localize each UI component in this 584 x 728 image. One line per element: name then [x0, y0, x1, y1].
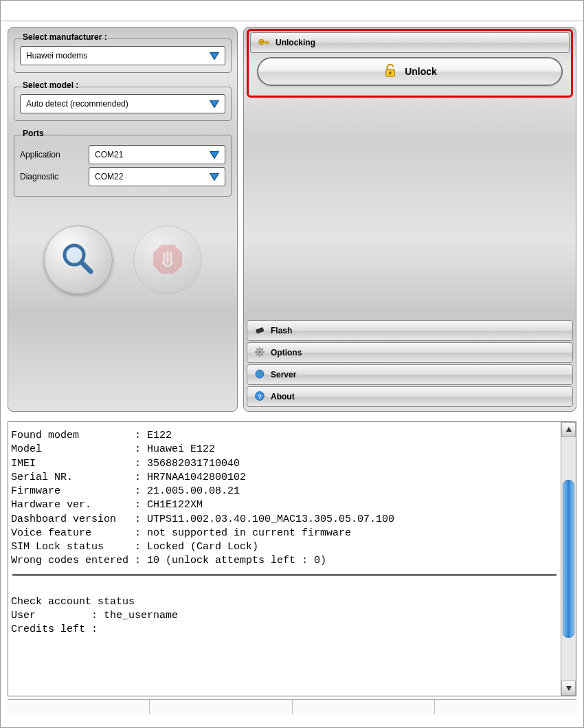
log-panel: Found modem : E122 Model : Huawei E122 I…	[8, 421, 576, 696]
chevron-down-icon	[208, 98, 221, 110]
chip-icon	[254, 324, 265, 338]
globe-icon	[254, 368, 265, 382]
port-diagnostic-value: COM22	[95, 172, 123, 181]
flash-header[interactable]: Flash	[247, 320, 573, 341]
unlocking-section-highlight: Unlocking Unlock	[247, 29, 573, 98]
svg-line-26	[262, 348, 263, 349]
svg-marker-30	[566, 427, 572, 432]
server-header[interactable]: Server	[247, 364, 573, 385]
log-scrollbar[interactable]	[561, 422, 576, 696]
unlock-button-label: Unlock	[405, 66, 437, 77]
magnifier-icon	[59, 240, 98, 280]
svg-marker-0	[210, 53, 219, 60]
stop-hand-icon	[150, 242, 185, 278]
about-label: About	[271, 392, 295, 401]
status-cell-3	[293, 700, 435, 714]
main-area: Select manufacturer : Huawei modems Sele…	[1, 21, 583, 417]
options-label: Options	[271, 348, 302, 357]
svg-marker-2	[210, 152, 219, 159]
unlocking-header-label: Unlocking	[276, 38, 315, 47]
port-application-row: Application COM21	[20, 145, 225, 164]
status-bar	[8, 699, 576, 714]
server-label: Server	[271, 370, 296, 379]
svg-line-23	[256, 348, 258, 349]
svg-rect-11	[267, 42, 268, 43]
question-icon: ?	[254, 390, 265, 404]
scroll-down-button[interactable]	[561, 681, 576, 696]
right-panel: Unlocking Unlock F	[243, 27, 576, 412]
svg-point-9	[260, 41, 262, 43]
top-toolbar	[1, 1, 583, 21]
chevron-down-icon	[208, 170, 221, 183]
key-icon	[258, 36, 270, 50]
svg-point-27	[256, 370, 264, 378]
unlock-padlock-icon	[383, 63, 398, 80]
svg-point-5	[67, 247, 82, 263]
model-value: Auto detect (recommended)	[26, 99, 128, 109]
port-diagnostic-row: Diagnostic COM22	[20, 167, 225, 186]
model-group: Select model : Auto detect (recommended)	[14, 87, 232, 121]
status-cell-4	[435, 700, 576, 714]
svg-rect-12	[265, 42, 266, 43]
status-cell-1	[8, 700, 150, 714]
model-label: Select model :	[20, 80, 81, 90]
port-diagnostic-dropdown[interactable]: COM22	[89, 167, 225, 186]
stop-button	[133, 225, 202, 294]
svg-line-6	[82, 263, 91, 272]
svg-marker-1	[210, 101, 219, 108]
flash-label: Flash	[271, 326, 292, 335]
manufacturer-group: Select manufacturer : Huawei modems	[14, 38, 232, 73]
manufacturer-value: Huawei modems	[26, 51, 87, 60]
action-buttons	[14, 225, 232, 294]
options-header[interactable]: Options	[247, 342, 573, 363]
unlock-button[interactable]: Unlock	[257, 57, 563, 86]
accordion-bottom: Flash Options	[244, 319, 576, 411]
left-panel: Select manufacturer : Huawei modems Sele…	[8, 27, 238, 412]
status-cell-2	[150, 700, 292, 714]
ports-label: Ports	[20, 129, 47, 138]
log-text[interactable]: Found modem : E122 Model : Huawei E122 I…	[8, 422, 561, 696]
svg-marker-3	[210, 174, 219, 181]
svg-line-24	[262, 354, 263, 355]
chevron-down-icon	[208, 49, 221, 62]
ports-group: Ports Application COM21 Diagnostic COM22	[14, 135, 232, 197]
about-header[interactable]: ? About	[247, 386, 573, 407]
model-dropdown[interactable]: Auto detect (recommended)	[20, 94, 225, 113]
svg-rect-15	[390, 72, 390, 74]
unlocking-header[interactable]: Unlocking	[250, 32, 570, 53]
manufacturer-dropdown[interactable]: Huawei modems	[20, 46, 225, 65]
gear-icon	[254, 346, 265, 360]
unlocking-body	[247, 98, 573, 316]
svg-text:?: ?	[258, 393, 262, 400]
port-diagnostic-label: Diagnostic	[20, 172, 82, 181]
svg-marker-31	[566, 686, 572, 691]
manufacturer-label: Select manufacturer :	[20, 32, 110, 42]
svg-rect-16	[256, 327, 265, 333]
scroll-up-button[interactable]	[561, 422, 576, 437]
chevron-down-icon	[208, 148, 221, 161]
svg-point-18	[258, 351, 260, 353]
port-application-label: Application	[20, 150, 82, 159]
port-application-value: COM21	[95, 150, 123, 159]
scroll-thumb[interactable]	[563, 480, 574, 638]
port-application-dropdown[interactable]: COM21	[89, 145, 225, 164]
svg-line-25	[256, 354, 258, 355]
search-button[interactable]	[44, 225, 113, 294]
